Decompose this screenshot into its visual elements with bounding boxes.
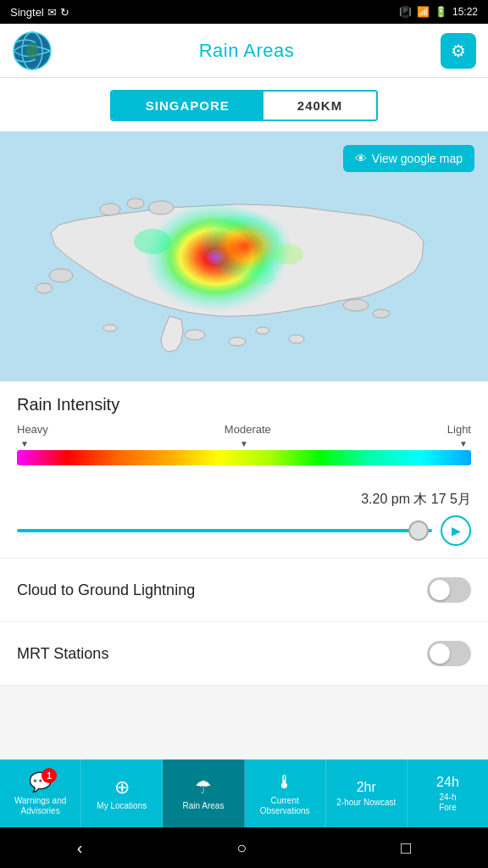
lightning-label: Cloud to Ground Lightning: [17, 581, 195, 599]
svg-point-9: [103, 325, 117, 331]
app-header: Rain Areas ⚙: [0, 24, 488, 78]
svg-point-16: [373, 309, 390, 318]
status-right: 📳 📶 🔋 15:22: [399, 6, 478, 18]
svg-point-15: [343, 299, 369, 311]
bottom-nav: 💬 1 Warnings andAdvisories ⊕ My Location…: [0, 760, 488, 827]
nav-item-2hr-nowcast[interactable]: 2hr 2-hour Nowcast: [326, 760, 408, 827]
mrt-toggle-row: MRT Stations: [0, 622, 488, 686]
svg-point-19: [134, 229, 171, 254]
slider-thumb[interactable]: [408, 520, 429, 541]
status-bar: Singtel ✉ ↻ 📳 📶 🔋 15:22: [0, 0, 488, 24]
status-carrier: Singtel ✉ ↻: [10, 6, 69, 19]
time-text: 15:22: [452, 6, 478, 18]
lightning-toggle-knob: [430, 580, 450, 600]
current-obs-icon: 🌡: [275, 771, 294, 793]
system-bar: ‹ ○ □: [0, 827, 488, 868]
lightning-toggle-row: Cloud to Ground Lightning: [0, 559, 488, 622]
lightning-toggle[interactable]: [427, 577, 471, 603]
svg-point-18: [199, 210, 292, 281]
warnings-label: Warnings andAdvisories: [14, 796, 66, 816]
time-slider-section: 3.20 pm 木 17 5月 ▶: [0, 486, 488, 559]
nav-item-warnings[interactable]: 💬 1 Warnings andAdvisories: [0, 760, 81, 827]
view-google-map-button[interactable]: 👁 View google map: [343, 145, 474, 172]
sync-icon: ↻: [60, 6, 69, 19]
slider-row: ▶: [17, 515, 471, 546]
nav-item-rain-areas[interactable]: ☂ Rain Areas: [163, 760, 244, 827]
mrt-label: MRT Stations: [17, 645, 108, 663]
svg-point-13: [49, 269, 73, 282]
my-locations-icon: ⊕: [114, 776, 130, 798]
back-button[interactable]: ‹: [77, 838, 83, 858]
nav-item-my-locations[interactable]: ⊕ My Locations: [81, 760, 163, 827]
warnings-icon-wrap: 💬 1: [29, 771, 52, 793]
label-heavy: Heavy: [17, 423, 48, 436]
svg-point-21: [250, 267, 275, 284]
24hr-fore-icon: 24h: [436, 775, 459, 790]
svg-point-7: [256, 327, 269, 334]
rain-intensity-title: Rain Intensity: [17, 395, 471, 415]
2hr-nowcast-icon: 2hr: [357, 780, 376, 795]
view-toggle-container: SINGAPORE 240KM: [0, 78, 488, 131]
svg-point-20: [273, 244, 303, 264]
singapore-toggle-btn[interactable]: SINGAPORE: [112, 92, 263, 120]
signal-icon: 📶: [417, 6, 430, 18]
svg-point-8: [289, 335, 304, 343]
240km-toggle-btn[interactable]: 240KM: [263, 92, 376, 120]
settings-button[interactable]: ⚙: [441, 33, 476, 69]
nav-item-24hr-fore[interactable]: 24h 24-hFore: [408, 760, 488, 827]
intensity-gradient-bar: [17, 450, 471, 465]
rain-intensity-section: Rain Intensity Heavy Moderate Light ▼▼▼: [0, 381, 488, 486]
eye-icon: 👁: [355, 152, 367, 165]
current-obs-label: CurrentObservations: [260, 796, 310, 816]
email-icon: ✉: [47, 6, 57, 19]
rain-map[interactable]: 👁 View google map: [0, 131, 488, 381]
rain-areas-label: Rain Areas: [182, 801, 224, 811]
label-light: Light: [447, 423, 471, 436]
warnings-badge: 1: [42, 768, 57, 783]
battery-icon: 🔋: [435, 6, 447, 18]
play-button[interactable]: ▶: [441, 515, 471, 546]
nav-item-current-obs[interactable]: 🌡 CurrentObservations: [245, 760, 326, 827]
svg-point-12: [100, 203, 120, 215]
svg-point-14: [36, 283, 53, 293]
svg-point-6: [229, 337, 246, 346]
vibrate-icon: 📳: [399, 6, 412, 18]
carrier-text: Singtel: [10, 6, 44, 19]
toggle-group: SINGAPORE 240KM: [110, 90, 378, 121]
24hr-fore-label: 24-hFore: [439, 793, 457, 813]
app-logo: [12, 31, 53, 71]
recent-button[interactable]: □: [401, 838, 411, 858]
home-button[interactable]: ○: [236, 838, 247, 858]
label-moderate: Moderate: [225, 423, 271, 436]
page-title: Rain Areas: [199, 40, 295, 62]
rain-areas-icon: ☂: [195, 776, 212, 798]
mrt-toggle-knob: [430, 643, 450, 664]
svg-point-10: [148, 201, 174, 214]
svg-point-11: [127, 198, 144, 209]
slider-track[interactable]: [17, 529, 432, 532]
2hr-nowcast-label: 2-hour Nowcast: [336, 798, 396, 808]
svg-point-3: [26, 42, 38, 59]
time-label: 3.20 pm 木 17 5月: [17, 491, 471, 509]
my-locations-label: My Locations: [97, 801, 147, 811]
intensity-labels: Heavy Moderate Light: [17, 423, 471, 436]
svg-point-5: [185, 330, 205, 340]
mrt-toggle[interactable]: [427, 641, 471, 666]
